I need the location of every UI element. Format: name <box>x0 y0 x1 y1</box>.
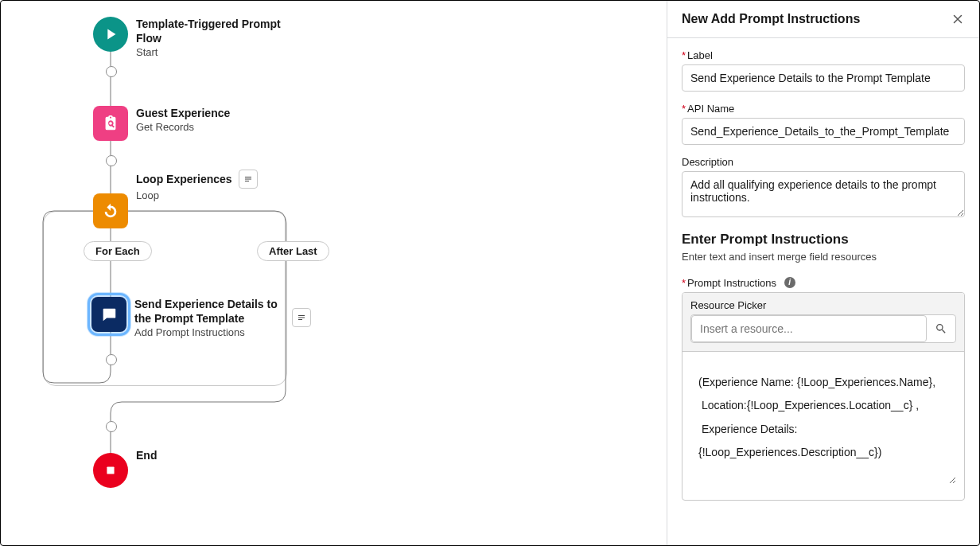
node-get-records[interactable]: Guest Experience Get Records <box>93 106 230 141</box>
connector-dot[interactable] <box>106 354 117 365</box>
stop-icon <box>102 462 119 479</box>
node-title: Loop Experiences <box>136 172 232 186</box>
panel-title: New Add Prompt Instructions <box>682 12 860 26</box>
label-prompt-instructions: Prompt Instructions <box>687 277 776 289</box>
loop-branch-for-each[interactable]: For Each <box>84 241 152 261</box>
node-subtitle: Start <box>136 46 287 58</box>
close-icon[interactable] <box>951 12 965 26</box>
node-title: Template-Triggered Prompt Flow <box>136 17 287 45</box>
chat-icon <box>100 306 118 323</box>
detail-lines-icon <box>243 174 253 184</box>
node-subtitle: Get Records <box>136 121 230 133</box>
description-input[interactable] <box>682 171 965 217</box>
section-title: Enter Prompt Instructions <box>682 232 965 248</box>
label-input[interactable] <box>682 64 965 92</box>
node-end[interactable]: End <box>93 453 157 488</box>
connector-dot[interactable] <box>106 421 117 432</box>
svg-rect-8 <box>107 466 114 474</box>
node-start[interactable]: Template-Triggered Prompt Flow Start <box>93 17 287 58</box>
api-name-input[interactable] <box>682 118 965 145</box>
info-icon[interactable] <box>784 277 795 288</box>
node-add-prompt[interactable]: Send Experience Details to the Prompt Te… <box>91 297 311 338</box>
label-resource-picker: Resource Picker <box>690 299 956 311</box>
loop-branch-after-last[interactable]: After Last <box>257 241 329 261</box>
clipboard-search-icon <box>102 115 119 132</box>
loop-icon <box>102 202 119 220</box>
node-subtitle: Add Prompt Instructions <box>134 326 286 338</box>
detail-lines-icon <box>297 313 306 322</box>
label-description: Description <box>682 156 733 168</box>
properties-panel: New Add Prompt Instructions *Label *API … <box>667 1 979 545</box>
play-icon <box>102 25 119 43</box>
node-title: End <box>136 448 157 462</box>
node-title: Send Experience Details to the Prompt Te… <box>134 297 286 326</box>
search-icon[interactable] <box>935 322 947 335</box>
node-details-button[interactable] <box>292 308 311 327</box>
resource-picker-input[interactable] <box>691 315 927 342</box>
prompt-instructions-input[interactable] <box>690 365 956 484</box>
label-label: Label <box>687 49 713 61</box>
connector-dot[interactable] <box>106 66 117 77</box>
label-api-name: API Name <box>687 103 734 115</box>
node-title: Guest Experience <box>136 106 230 120</box>
node-subtitle: Loop <box>136 189 258 201</box>
connector-dot[interactable] <box>106 155 117 166</box>
node-loop[interactable]: Loop Experiences Loop <box>93 193 258 228</box>
section-subtitle: Enter text and insert merge field resour… <box>682 251 965 263</box>
node-details-button[interactable] <box>239 170 258 189</box>
flow-canvas[interactable]: For Each After Last Template-Triggered P… <box>1 1 667 545</box>
